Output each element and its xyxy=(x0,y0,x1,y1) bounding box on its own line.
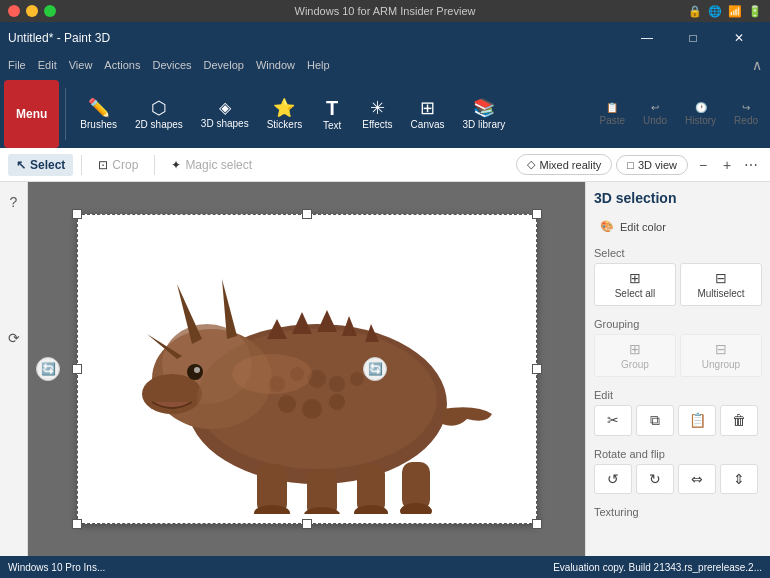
zoom-out-btn[interactable]: − xyxy=(692,154,714,176)
effects-icon: ✳ xyxy=(370,99,385,117)
menu-window[interactable]: Window xyxy=(256,59,295,71)
ribbon-2d-shapes[interactable]: ⬡ 2D shapes xyxy=(127,80,191,148)
ribbon-brushes[interactable]: ✏️ Brushes xyxy=(72,80,125,148)
3d-library-icon: 📚 xyxy=(473,99,495,117)
rotate-icon[interactable]: ⟳ xyxy=(2,326,26,350)
ribbon-text[interactable]: T Text xyxy=(312,80,352,148)
handle-tc[interactable] xyxy=(302,209,312,219)
svg-point-10 xyxy=(329,376,345,392)
status-left: Windows 10 Pro Ins... xyxy=(8,562,105,573)
handle-bc[interactable] xyxy=(302,519,312,529)
flip-h-btn[interactable]: ⇔ xyxy=(678,464,716,494)
group-label: Group xyxy=(621,359,649,370)
svg-point-13 xyxy=(302,399,322,419)
ribbon-stickers[interactable]: ⭐ Stickers xyxy=(259,80,311,148)
zoom-in-btn[interactable]: + xyxy=(716,154,738,176)
menu-help[interactable]: Help xyxy=(307,59,330,71)
toolbar-select[interactable]: ↖ Select xyxy=(8,154,73,176)
paste-edit-icon: 📋 xyxy=(689,412,706,428)
menu-label: Menu xyxy=(16,107,47,121)
win-minimize-btn[interactable]: — xyxy=(624,22,670,54)
toolbar: ↖ Select ⊡ Crop ✦ Magic select ◇ Mixed r… xyxy=(0,148,770,182)
status-bar: Windows 10 Pro Ins... Evaluation copy. B… xyxy=(0,556,770,578)
help-icon[interactable]: ? xyxy=(2,190,26,214)
multiselect-icon: ⊟ xyxy=(715,270,727,286)
ribbon-undo[interactable]: ↩ Undo xyxy=(635,98,675,130)
edit-color-row[interactable]: 🎨 Edit color xyxy=(594,216,762,237)
handle-tr[interactable] xyxy=(532,209,542,219)
3d-view-btn[interactable]: □ 3D view xyxy=(616,155,688,175)
flip-h-icon: ⇔ xyxy=(691,471,703,487)
undo-icon: ↩ xyxy=(651,102,659,113)
mac-titlebar: Windows 10 for ARM Insider Preview 🔒 🌐 📶… xyxy=(0,0,770,22)
ungroup-icon: ⊟ xyxy=(715,341,727,357)
rotate-left-btn[interactable]: ↺ xyxy=(594,464,632,494)
mac-icon-2: 🌐 xyxy=(708,5,722,18)
handle-mr[interactable] xyxy=(532,364,542,374)
mac-close-btn[interactable] xyxy=(8,5,20,17)
delete-icon: 🗑 xyxy=(732,412,746,428)
ribbon-collapse-btn[interactable]: ∧ xyxy=(752,57,762,73)
grouping-btn-grid: ⊞ Group ⊟ Ungroup xyxy=(594,334,762,377)
win-app: Untitled* - Paint 3D — □ ✕ File Edit Vie… xyxy=(0,22,770,578)
canvas-area[interactable]: 🔄 🔄 xyxy=(28,182,585,556)
crop-label: Crop xyxy=(112,158,138,172)
canvas-right-marker[interactable]: 🔄 xyxy=(363,357,387,381)
zoom-more-btn[interactable]: ⋯ xyxy=(740,154,762,176)
menu-edit[interactable]: Edit xyxy=(38,59,57,71)
select-section-title: Select xyxy=(594,247,762,259)
svg-point-11 xyxy=(350,372,364,386)
toolbar-sep-1 xyxy=(81,155,82,175)
handle-br[interactable] xyxy=(532,519,542,529)
ribbon-3d-shapes[interactable]: ◈ 3D shapes xyxy=(193,80,257,148)
rotate-flip-section-title: Rotate and flip xyxy=(594,448,762,460)
edit-color-label: Edit color xyxy=(620,221,666,233)
effects-label: Effects xyxy=(362,119,392,130)
text-icon: T xyxy=(326,98,338,118)
ribbon-history[interactable]: 🕐 History xyxy=(677,98,724,130)
paste-edit-btn[interactable]: 📋 xyxy=(678,405,716,436)
canvas-label: Canvas xyxy=(411,119,445,130)
mixed-reality-btn[interactable]: ◇ Mixed reality xyxy=(516,154,612,175)
canvas-left-marker[interactable]: 🔄 xyxy=(36,357,60,381)
handle-ml[interactable] xyxy=(72,364,82,374)
toolbar-crop[interactable]: ⊡ Crop xyxy=(90,154,146,176)
toolbar-magic-select[interactable]: ✦ Magic select xyxy=(163,154,260,176)
canvas-icon: ⊞ xyxy=(420,99,435,117)
menu-develop[interactable]: Develop xyxy=(204,59,244,71)
menu-button[interactable]: Menu xyxy=(4,80,59,148)
menu-actions[interactable]: Actions xyxy=(104,59,140,71)
ribbon-canvas[interactable]: ⊞ Canvas xyxy=(403,80,453,148)
mac-max-btn[interactable] xyxy=(44,5,56,17)
multiselect-btn[interactable]: ⊟ Multiselect xyxy=(680,263,762,306)
rotate-right-icon: ↻ xyxy=(649,471,661,487)
ribbon-paste[interactable]: 📋 Paste xyxy=(591,98,633,130)
rotate-left-icon: ↺ xyxy=(607,471,619,487)
menu-devices[interactable]: Devices xyxy=(152,59,191,71)
ungroup-btn: ⊟ Ungroup xyxy=(680,334,762,377)
win-maximize-btn[interactable]: □ xyxy=(670,22,716,54)
win-close-btn[interactable]: ✕ xyxy=(716,22,762,54)
mixed-reality-icon: ◇ xyxy=(527,158,535,171)
ribbon-redo[interactable]: ↪ Redo xyxy=(726,98,766,130)
ribbon-effects[interactable]: ✳ Effects xyxy=(354,80,400,148)
svg-point-14 xyxy=(329,394,345,410)
select-all-btn[interactable]: ⊞ Select all xyxy=(594,263,676,306)
rotate-right-btn[interactable]: ↻ xyxy=(636,464,674,494)
paste-icon: 📋 xyxy=(606,102,618,113)
svg-point-12 xyxy=(278,395,296,413)
handle-bl[interactable] xyxy=(72,519,82,529)
delete-btn[interactable]: 🗑 xyxy=(720,405,758,436)
group-icon: ⊞ xyxy=(629,341,641,357)
menu-view[interactable]: View xyxy=(69,59,93,71)
flip-v-btn[interactable]: ⇕ xyxy=(720,464,758,494)
ribbon-3d-library[interactable]: 📚 3D library xyxy=(455,80,514,148)
copy-btn[interactable]: ⧉ xyxy=(636,405,674,436)
menu-file[interactable]: File xyxy=(8,59,26,71)
redo-icon: ↪ xyxy=(742,102,750,113)
cut-btn[interactable]: ✂ xyxy=(594,405,632,436)
mac-min-btn[interactable] xyxy=(26,5,38,17)
undo-label: Undo xyxy=(643,115,667,126)
handle-tl[interactable] xyxy=(72,209,82,219)
edit-section-title: Edit xyxy=(594,389,762,401)
